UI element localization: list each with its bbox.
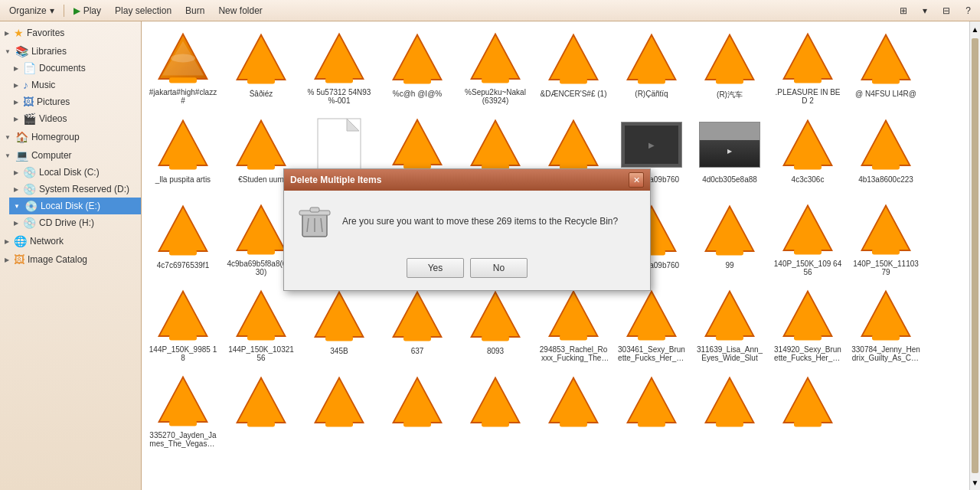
file-item-34[interactable]: 303461_Sexy_Brunette_Fucks_Her_Friends_H… — [613, 282, 690, 366]
file-item-9[interactable]: .PLEASURE IN BED 2 — [769, 24, 846, 109]
sidebar-item-local-c[interactable]: ▶ 💿 Local Disk (C:) — [9, 164, 141, 181]
file-item-18[interactable]: 4c7c6976539f1 — [145, 196, 221, 280]
burn-button[interactable]: Burn — [179, 4, 211, 18]
play-selection-button[interactable]: Play selection — [109, 4, 178, 18]
sidebar-item-network[interactable]: ▶ 🌐 Network — [0, 233, 141, 250]
file-item-26[interactable]: 140P_150K_109 6456 — [769, 196, 846, 280]
help-button[interactable]: ? — [959, 4, 977, 18]
file-item-41[interactable] — [379, 368, 456, 452]
network-section: ▶ 🌐 Network — [0, 233, 141, 250]
scroll-down-button[interactable]: ▼ — [970, 475, 980, 490]
sidebar-item-homegroup[interactable]: ▼ 🏠 Homegroup — [0, 129, 141, 145]
file-thumb-3 — [309, 28, 370, 88]
file-item-44[interactable] — [613, 368, 690, 452]
file-item-36[interactable]: 314920_Sexy_Brunette_Fucks_Her_Friends_B… — [769, 282, 846, 366]
file-item-17[interactable]: 4b13a8600c223 — [848, 110, 924, 194]
dialog-message: Are you sure you want to move these 269 … — [342, 216, 638, 227]
scroll-up-button[interactable]: ▲ — [970, 21, 980, 37]
toolbar: Organize ▾ ▶ Play Play selection Burn Ne… — [0, 0, 980, 21]
svg-marker-33 — [472, 121, 520, 166]
svg-rect-72 — [560, 335, 587, 340]
file-thumb-34 — [621, 286, 682, 345]
file-name-30: 345B — [305, 347, 374, 355]
dialog-close-button[interactable]: ✕ — [629, 172, 644, 188]
file-item-1[interactable]: #jakarta#high#clazz# — [145, 24, 221, 109]
file-item-45[interactable] — [691, 368, 768, 452]
file-item-33[interactable]: 294853_Rachel_Roxxx_Fucking_The_Boss — [535, 282, 612, 366]
file-thumb-35 — [699, 286, 760, 345]
favorites-section: ▶ ★ Favorites — [0, 24, 141, 41]
favorites-label: Favorites — [27, 28, 64, 38]
organize-label: Organize — [9, 5, 47, 16]
svg-marker-71 — [550, 292, 598, 337]
file-item-27[interactable]: 140P_150K_11103 79 — [848, 196, 924, 280]
file-thumb-46 — [777, 371, 838, 433]
svg-marker-59 — [862, 206, 910, 251]
file-item-29[interactable]: 144P_150K_10321 56 — [223, 282, 299, 366]
scroll-thumb[interactable] — [972, 38, 978, 473]
file-item-10[interactable]: @ N4FSU LI4R@ — [848, 24, 924, 109]
dialog-yes-button[interactable]: Yes — [407, 258, 464, 278]
file-item-2[interactable]: Šâðiéz — [223, 24, 299, 109]
file-item-3[interactable]: % 5u57312 54N93 %-001 — [301, 24, 377, 109]
sidebar-item-libraries[interactable]: ▼ 📚 Libraries — [0, 43, 141, 60]
view-button[interactable]: ⊞ — [893, 4, 913, 18]
file-item-40[interactable] — [301, 368, 377, 452]
dialog-no-button[interactable]: No — [470, 258, 528, 278]
sidebar-item-pictures[interactable]: ▶ 🖼 Pictures — [9, 93, 141, 110]
pane-button[interactable]: ⊟ — [936, 4, 956, 18]
sidebar-item-favorites[interactable]: ▶ ★ Favorites — [0, 24, 141, 41]
file-item-30[interactable]: 345B — [301, 282, 377, 366]
sidebar-item-system-d[interactable]: ▶ 💿 System Reserved (D:) — [9, 181, 141, 198]
network-icon: 🌐 — [14, 235, 27, 247]
file-item-35[interactable]: 311639_Lisa_Ann_Eyes_Wide_Slut — [691, 282, 768, 366]
file-item-7[interactable]: (R)Çäñtïq — [613, 24, 690, 109]
computer-section: ▼ 💻 Computer ▶ 💿 Local Disk (C:) ▶ 💿 Sys… — [0, 147, 141, 231]
play-label: Play — [83, 5, 101, 16]
sidebar-item-computer[interactable]: ▼ 💻 Computer — [0, 147, 141, 164]
file-item-39[interactable] — [223, 368, 299, 452]
sidebar-item-documents[interactable]: ▶ 📄 Documents — [9, 60, 141, 77]
sidebar-item-music[interactable]: ▶ ♪ Music — [9, 77, 141, 93]
svg-rect-15 — [638, 78, 665, 83]
organize-button[interactable]: Organize ▾ — [3, 4, 60, 18]
file-item-42[interactable] — [457, 368, 534, 452]
file-item-11[interactable]: _lla puspita artis — [145, 110, 221, 194]
file-item-28[interactable]: 144P_150K_9985 18 — [145, 282, 221, 366]
sidebar-item-videos[interactable]: ▶ 🎬 Videos — [9, 110, 141, 127]
new-folder-button[interactable]: New folder — [212, 4, 268, 18]
libraries-section: ▼ 📚 Libraries ▶ 📄 Documents ▶ ♪ Music — [0, 43, 141, 127]
image-catalog-icon: 🖼 — [14, 253, 24, 266]
file-item-6[interactable]: &DÆNCER'S#£ (1) — [535, 24, 612, 109]
file-item-photo-thumb[interactable]: ▶ 4d0cb305e8a88 — [691, 110, 768, 194]
sidebar-item-local-e[interactable]: ▼ 💿 Local Disk (E:) — [9, 198, 141, 214]
file-thumb-17 — [855, 114, 916, 175]
cd-h-label: CD Drive (H:) — [39, 217, 94, 228]
dialog-title: Delete Multiple Items — [290, 175, 381, 185]
file-item-31[interactable]: 637 — [379, 282, 456, 366]
file-thumb-6 — [543, 28, 604, 90]
scrollbar[interactable]: ▲ ▼ — [969, 21, 980, 490]
file-item-5[interactable]: %Sepu2ku~Nakal (63924) — [457, 24, 534, 109]
view-dropdown[interactable]: ▾ — [916, 4, 933, 18]
documents-icon: 📄 — [23, 62, 36, 74]
file-thumb-28 — [152, 286, 214, 345]
file-name-17: 4b13a8600c223 — [851, 175, 920, 184]
file-item-4[interactable]: %c@h @I@% — [379, 24, 456, 109]
file-item-38[interactable]: 335270_Jayden_James_The_Vegas_Experiment — [145, 368, 221, 452]
file-name-32: 8093 — [461, 347, 530, 355]
file-item-32[interactable]: 8093 — [457, 282, 534, 366]
file-item-43[interactable] — [535, 368, 612, 452]
sidebar-item-image-catalog[interactable]: ▶ 🖼 Image Catalog — [0, 251, 141, 268]
svg-marker-65 — [315, 292, 364, 338]
file-item-16[interactable]: 4c3c306c — [769, 110, 846, 194]
play-button[interactable]: ▶ Play — [67, 4, 107, 18]
file-thumb-19 — [230, 200, 292, 260]
file-thumb-12 — [230, 114, 292, 175]
sidebar-item-cd-h[interactable]: ▶ 💿 CD Drive (H:) — [9, 214, 141, 231]
file-item-8[interactable]: (R)汽车 — [691, 24, 768, 109]
file-item-46[interactable] — [769, 368, 846, 452]
file-item-37[interactable]: 330784_Jenny_Hendrix_Guilty_As_Charged — [848, 282, 924, 366]
svg-marker-63 — [237, 292, 286, 337]
file-item-25[interactable]: 99 — [691, 196, 768, 280]
